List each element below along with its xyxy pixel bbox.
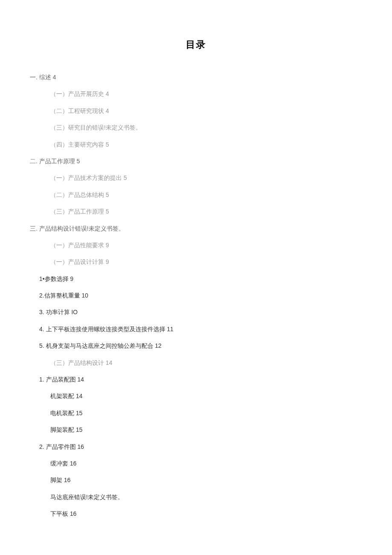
toc-item: （三）研究目的错误!未定义书签。 — [50, 123, 362, 132]
toc-numbered-item: 2.估算整机重量 10 — [39, 291, 362, 300]
toc-item: （一）产品技术方案的提出 5 — [50, 173, 362, 182]
toc-item: （四）主要研究内容 5 — [50, 140, 362, 149]
toc-item: （三）产品工作原理 5 — [50, 207, 362, 216]
toc-section-2: 二. 产品工作原理 5 — [30, 156, 362, 166]
toc-item: （二）工程研究现状 4 — [50, 106, 362, 116]
toc-item: （一）产品性能要求 9 — [50, 240, 362, 250]
toc-sub-heading: 2. 产品零件图 16 — [39, 442, 362, 451]
toc-numbered-item: 3. 功率计算 IO — [39, 307, 362, 317]
toc-numbered-item: 1•参数选择 9 — [39, 274, 362, 283]
toc-sub-heading: 1. 产品装配图 14 — [39, 375, 362, 384]
toc-item: （一）产品开展历史 4 — [50, 89, 362, 98]
toc-section-1: 一. 综述 4 — [30, 72, 362, 82]
page-title: 目录 — [30, 38, 362, 51]
toc-item: （一）产品设计计算 9 — [50, 257, 362, 266]
toc-sub-item: 机架装配 14 — [50, 391, 362, 401]
toc-sub-item: 马达底座错误!未定义书签。 — [50, 492, 362, 502]
toc-sub-item: 电机装配 15 — [50, 408, 362, 418]
toc-numbered-item: 4. 上下平板连接使用螺纹连接类型及连接件选择 11 — [39, 324, 362, 334]
toc-sub-item: 脚架 16 — [50, 475, 362, 485]
toc-numbered-item: 5. 机身支架与马达底座之间控轴公差与配合 12 — [39, 341, 362, 350]
toc-item: （三）产品结构设计 14 — [50, 358, 362, 367]
toc-sub-item: 缓冲套 16 — [50, 459, 362, 468]
toc-section-3: 三. 产品结构设计错误!未定义书签。 — [30, 224, 362, 233]
toc-item: （二）产品总体结构 5 — [50, 190, 362, 199]
toc-sub-item: 下平板 16 — [50, 509, 362, 518]
toc-sub-item: 脚架装配 15 — [50, 425, 362, 434]
